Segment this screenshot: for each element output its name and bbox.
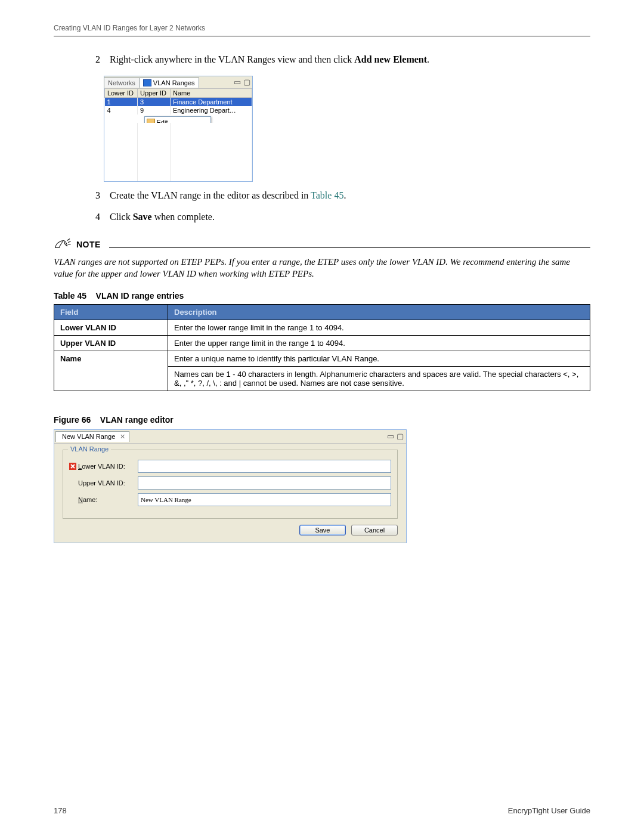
- step-2-text-a: Right-click anywhere in the VLAN Ranges …: [110, 54, 354, 64]
- svg-line-1: [67, 239, 70, 241]
- lan-icon: [143, 79, 151, 86]
- td-field: Name: [54, 351, 168, 391]
- window-controls-icon[interactable]: ▭ ▢: [234, 78, 250, 86]
- name-input[interactable]: [138, 493, 391, 506]
- editor-tab-bar: New VLAN Range ✕ ▭ ▢: [54, 430, 406, 444]
- fieldset-legend: VLAN Range: [68, 445, 111, 453]
- step-2-text-b: Add new Element: [354, 54, 427, 64]
- table-45-caption-b: VLAN ID range entries: [96, 291, 184, 301]
- tab-networks-label: Networks: [108, 79, 135, 86]
- figure-66-caption: Figure 66 VLAN range editor: [54, 415, 590, 425]
- note-label: NOTE: [76, 240, 101, 249]
- table-row[interactable]: 1 3 Finance Department: [105, 98, 252, 107]
- table-45-caption-a: Table 45: [54, 291, 86, 301]
- note-header: NOTE: [54, 238, 590, 251]
- col-lower-id[interactable]: Lower ID: [105, 89, 138, 98]
- figure-66-caption-b: VLAN range editor: [100, 415, 174, 425]
- cell-name: Finance Department: [171, 98, 252, 107]
- table-45-caption: Table 45 VLAN ID range entries: [54, 291, 590, 301]
- tab-networks[interactable]: Networks: [104, 78, 140, 88]
- tab-bar: Networks VLAN Ranges ▭ ▢: [104, 76, 252, 88]
- page-number: 178: [54, 806, 67, 815]
- cell-name: Engineering Depart…: [171, 106, 252, 114]
- td-field: Lower VLAN ID: [54, 320, 168, 335]
- ctx-edit-label: Edit: [157, 119, 168, 123]
- cell-upper: 9: [138, 106, 171, 114]
- tab-vlan-ranges[interactable]: VLAN Ranges: [139, 78, 199, 88]
- page-footer: 178 EncrypTight User Guide: [54, 806, 590, 815]
- note-body: VLAN ranges are not supported on ETEP PE…: [54, 256, 590, 280]
- td-field: Upper VLAN ID: [54, 335, 168, 351]
- step-2-text-c: .: [427, 54, 429, 64]
- cell-lower: 4: [105, 106, 138, 114]
- upper-vlan-input[interactable]: [138, 476, 391, 490]
- editor-tab-label: New VLAN Range: [62, 433, 115, 440]
- vlan-range-fieldset: VLAN Range Lower VLAN ID: Upper VLAN ID:…: [63, 450, 398, 519]
- guide-title: EncrypTight User Guide: [508, 806, 590, 815]
- page-header: Creating VLAN ID Ranges for Layer 2 Netw…: [54, 24, 590, 36]
- note-icon: [54, 238, 72, 251]
- td-desc: Enter the lower range limit in the range…: [168, 320, 590, 335]
- close-icon[interactable]: ✕: [120, 433, 125, 441]
- cell-upper: 3: [138, 98, 171, 107]
- context-menu: Edit Add new Element Delete Element: [144, 116, 211, 123]
- ctx-edit[interactable]: Edit: [145, 117, 210, 123]
- cancel-button[interactable]: Cancel: [351, 525, 398, 535]
- folder-icon: [147, 119, 155, 123]
- vlan-range-editor: New VLAN Range ✕ ▭ ▢ VLAN Range Lower VL…: [54, 429, 407, 543]
- table-45: Field Description Lower VLAN ID Enter th…: [54, 304, 590, 391]
- step-2: 2 Right-click anywhere in the VLAN Range…: [95, 54, 590, 65]
- tab-vlan-label: VLAN Ranges: [153, 79, 195, 86]
- svg-line-2: [68, 241, 71, 243]
- vlan-ranges-view: Networks VLAN Ranges ▭ ▢ Lower ID Upper …: [104, 76, 253, 182]
- step-3-text-c: .: [343, 190, 346, 200]
- upper-vlan-label: Upper VLAN ID:: [78, 479, 138, 487]
- lower-vlan-label: Lower VLAN ID:: [78, 463, 138, 470]
- step-3-text-a: Create the VLAN range in the editor as d…: [110, 190, 311, 200]
- cell-lower: 1: [105, 98, 138, 107]
- step-3: 3 Create the VLAN range in the editor as…: [95, 190, 590, 201]
- error-icon: [69, 463, 76, 470]
- table-45-link[interactable]: Table 45: [311, 190, 343, 200]
- step-2-num: 2: [95, 54, 107, 65]
- window-controls-icon[interactable]: ▭ ▢: [387, 432, 404, 441]
- step-4-text-c: when complete.: [152, 212, 215, 222]
- td-desc-extra: Names can be 1 - 40 characters in length…: [168, 366, 590, 391]
- col-upper-id[interactable]: Upper ID: [138, 89, 171, 98]
- save-button[interactable]: Save: [299, 525, 346, 535]
- table-row[interactable]: 4 9 Engineering Depart…: [105, 106, 252, 114]
- step-3-num: 3: [95, 190, 107, 201]
- col-name[interactable]: Name: [171, 89, 252, 98]
- step-4: 4 Click Save when complete.: [95, 212, 590, 222]
- figure-66-caption-a: Figure 66: [54, 415, 91, 425]
- td-desc: Enter a unique name to identify this par…: [168, 351, 590, 366]
- name-label: Name:: [78, 496, 138, 503]
- step-4-text-b: Save: [133, 212, 152, 222]
- td-desc: Enter the upper range limit in the range…: [168, 335, 590, 351]
- editor-tab[interactable]: New VLAN Range ✕: [55, 431, 129, 442]
- vlan-table: Lower ID Upper ID Name 1 3 Finance Depar…: [104, 88, 252, 181]
- th-field: Field: [54, 304, 168, 320]
- th-description: Description: [168, 304, 590, 320]
- lower-vlan-input[interactable]: [138, 460, 391, 473]
- step-4-text-a: Click: [110, 212, 133, 222]
- step-4-num: 4: [95, 212, 107, 222]
